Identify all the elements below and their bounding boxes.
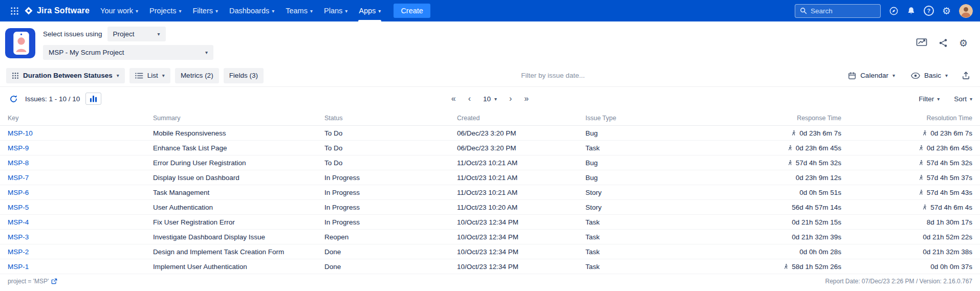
filter-menu-label: Filter (919, 95, 934, 103)
jira-logo[interactable]: Jira Software (22, 6, 95, 15)
issue-key-link[interactable]: MSP-3 (8, 233, 29, 241)
issue-source-mode-select[interactable]: Project ▾ (107, 27, 166, 41)
sort-menu[interactable]: Sort ▾ (954, 95, 972, 103)
view-mode-value: List (147, 72, 158, 79)
project-select-value: MSP - My Scrum Project (49, 49, 124, 56)
column-header-key[interactable]: Key (8, 115, 153, 122)
chevron-down-icon: ▾ (117, 73, 119, 78)
issue-created: 10/Oct/23 12:34 PM (457, 218, 585, 226)
chevron-down-icon: ▾ (945, 73, 948, 78)
issue-status: To Do (324, 129, 457, 137)
table-row[interactable]: MSP-9 Enhance Task List Page To Do 06/De… (0, 141, 980, 155)
issue-key-link[interactable]: MSP-1 (8, 263, 29, 271)
discover-compass-icon[interactable] (889, 6, 899, 16)
issue-status: In Progress (324, 218, 457, 226)
issue-date-filter-input[interactable] (268, 72, 838, 79)
column-header-status[interactable]: Status (324, 115, 457, 122)
response-time-value: 0d 23h 6m 7s (799, 129, 841, 137)
column-header-issue-type[interactable]: Issue Type (585, 115, 729, 122)
table-row[interactable]: MSP-10 Mobile Responsiveness To Do 06/De… (0, 126, 980, 141)
nav-item-your-work[interactable]: Your work▾ (95, 0, 144, 21)
app-logo (5, 28, 35, 58)
page-size-value: 10 (483, 95, 491, 103)
chevron-down-icon: ▾ (158, 31, 160, 37)
jira-time-report-page: Jira Software Your work▾ Projects▾ Filte… (0, 0, 980, 291)
issue-key-link[interactable]: MSP-6 (8, 189, 29, 196)
table-row[interactable]: MSP-7 Display Issue on Dashboard In Prog… (0, 170, 980, 185)
issue-key-link[interactable]: MSP-5 (8, 204, 29, 211)
nav-item-filters[interactable]: Filters▾ (187, 0, 224, 21)
resolution-time-value: 57d 4h 6m 4s (930, 204, 972, 211)
search-input[interactable] (811, 7, 876, 15)
view-style-select[interactable]: Basic ▾ (905, 68, 953, 83)
external-link-icon (51, 278, 57, 284)
table-row[interactable]: MSP-2 Design and Implement Task Creation… (0, 244, 980, 259)
prev-page-button[interactable]: ‹ (468, 95, 471, 103)
chart-view-toggle[interactable] (85, 93, 101, 105)
app-switcher-button[interactable] (7, 4, 22, 18)
table-row[interactable]: MSP-6 Task Management In Progress 11/Oct… (0, 185, 980, 200)
resolution-time-value: 0d 21h 32m 38s (923, 248, 972, 256)
timer-running-icon (787, 145, 793, 151)
first-page-button[interactable]: « (451, 95, 456, 103)
chevron-down-icon: ▾ (215, 8, 218, 14)
project-select[interactable]: MSP - My Scrum Project ▾ (43, 45, 213, 60)
issue-key-link[interactable]: MSP-4 (8, 218, 29, 226)
table-row[interactable]: MSP-8 Error During User Registration To … (0, 155, 980, 170)
notifications-bell-icon[interactable] (907, 6, 916, 15)
column-header-response-time[interactable]: Response Time (729, 115, 841, 122)
issue-status: In Progress (324, 189, 457, 196)
metrics-button[interactable]: Metrics (2) (175, 68, 219, 83)
user-avatar[interactable] (959, 4, 973, 18)
column-header-resolution-time[interactable]: Resolution Time (841, 115, 972, 122)
list-view-icon (135, 72, 143, 79)
response-time-value: 0d 23h 6m 45s (796, 144, 841, 152)
table-row[interactable]: MSP-4 Fix User Registration Error In Pro… (0, 215, 980, 230)
timer-running-icon (790, 130, 797, 137)
global-search[interactable] (795, 4, 881, 18)
jql-query-link[interactable]: project = 'MSP' (8, 278, 57, 285)
settings-gear-icon[interactable]: ⚙ (942, 6, 951, 16)
issue-created: 06/Dec/23 3:20 PM (457, 129, 585, 137)
chevron-down-icon: ▾ (378, 8, 381, 14)
timer-running-icon (918, 160, 924, 166)
share-icon[interactable] (939, 38, 948, 48)
page-size-select[interactable]: 10 ▾ (483, 95, 497, 103)
app-switcher-icon (10, 7, 19, 15)
nav-item-teams[interactable]: Teams▾ (280, 0, 318, 21)
issue-type: Bug (585, 129, 729, 137)
table-row[interactable]: MSP-3 Investigate Dashboard Display Issu… (0, 230, 980, 244)
export-button[interactable] (958, 69, 974, 82)
create-button[interactable]: Create (394, 4, 430, 18)
column-header-created[interactable]: Created (457, 115, 585, 122)
refresh-button[interactable] (8, 93, 19, 105)
response-time-value: 0d 0h 0m 28s (799, 248, 841, 256)
fields-button[interactable]: Fields (3) (224, 68, 264, 83)
table-row[interactable]: MSP-5 User Authentication In Progress 11… (0, 200, 980, 215)
issue-key-link[interactable]: MSP-9 (8, 144, 29, 152)
calendar-select[interactable]: Calendar ▾ (842, 68, 901, 83)
column-header-summary[interactable]: Summary (153, 115, 324, 122)
issue-key-link[interactable]: MSP-2 (8, 248, 29, 256)
resolution-time-value: 0d 23h 6m 7s (930, 129, 972, 137)
issue-key-link[interactable]: MSP-8 (8, 159, 29, 167)
table-row[interactable]: MSP-1 Implement User Authentication Done… (0, 259, 980, 274)
nav-item-projects[interactable]: Projects▾ (144, 0, 187, 21)
issue-key-link[interactable]: MSP-7 (8, 174, 29, 182)
top-navigation: Jira Software Your work▾ Projects▾ Filte… (0, 0, 980, 21)
issue-key-link[interactable]: MSP-10 (8, 129, 33, 137)
chart-report-icon[interactable] (916, 38, 927, 48)
report-type-select[interactable]: Duration Between Statuses ▾ (6, 68, 125, 83)
nav-item-plans[interactable]: Plans▾ (318, 0, 353, 21)
help-icon[interactable]: ? (924, 6, 934, 16)
issue-created: 11/Oct/23 10:21 AM (457, 189, 585, 196)
view-mode-select[interactable]: List ▾ (129, 68, 170, 83)
nav-item-apps[interactable]: Apps▾ (353, 0, 386, 21)
nav-item-dashboards[interactable]: Dashboards▾ (224, 0, 280, 21)
report-type-value: Duration Between Statuses (23, 72, 113, 79)
last-page-button[interactable]: » (524, 95, 529, 103)
app-settings-gear-icon[interactable]: ⚙ (959, 38, 968, 48)
issue-summary: Error During User Registration (153, 159, 324, 167)
next-page-button[interactable]: › (509, 95, 512, 103)
filter-menu[interactable]: Filter ▾ (919, 95, 940, 103)
